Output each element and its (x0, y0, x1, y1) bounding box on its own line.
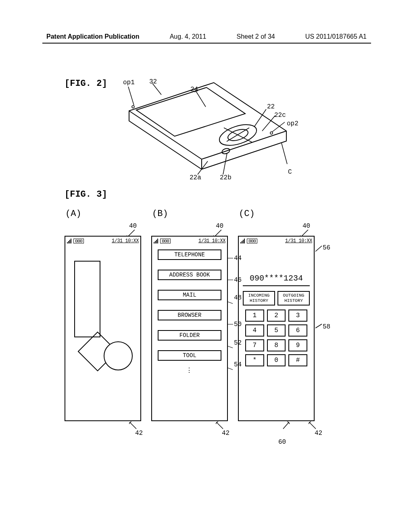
leader-50 (227, 324, 233, 324)
battery-icon (160, 239, 171, 243)
menu-tool[interactable]: TOOL (158, 350, 221, 361)
outgoing-l1: OUTGOING (283, 293, 305, 298)
leader-48 (227, 301, 233, 304)
ref-22c: 22c (274, 112, 286, 119)
sheet-number: Sheet 2 of 34 (237, 33, 275, 40)
leader-42a (129, 422, 138, 430)
svg-line-13 (282, 143, 287, 164)
key-star[interactable]: * (245, 354, 264, 366)
menu-browser[interactable]: BROWSER (158, 310, 221, 320)
menu-folder[interactable]: FOLDER (158, 330, 221, 341)
wallpaper-circle (104, 341, 133, 370)
status-datetime: 1/31 10:XX (285, 238, 312, 244)
key-5[interactable]: 5 (267, 324, 286, 337)
ref-22a: 22a (190, 174, 201, 181)
status-bar: 1/31 10:XX (152, 237, 227, 245)
key-hash[interactable]: # (288, 354, 307, 366)
fig3-label: [FIG. 3] (65, 189, 107, 200)
leader-54 (227, 368, 233, 370)
outgoing-history-button[interactable]: OUTGOING HISTORY (277, 291, 310, 305)
svg-line-19 (130, 422, 136, 429)
incoming-l2: HISTORY (250, 298, 268, 303)
svg-line-5 (128, 87, 134, 105)
page-header: Patent Application Publication Aug. 4, 2… (0, 33, 413, 40)
battery-icon (73, 239, 84, 243)
key-7[interactable]: 7 (245, 339, 264, 351)
signal-icon (154, 239, 159, 243)
ref-24: 24 (190, 86, 198, 93)
leader-44 (227, 258, 233, 258)
incoming-history-button[interactable]: INCOMING HISTORY (243, 291, 275, 305)
key-1[interactable]: 1 (245, 310, 264, 322)
leader-58 (315, 322, 324, 331)
ref-40c: 40 (302, 222, 310, 230)
svg-point-3 (132, 106, 134, 108)
wallpaper-rect (74, 261, 100, 337)
status-bar: 1/31 10:XX (239, 237, 314, 245)
pub-number: US 2011/0187665 A1 (305, 33, 367, 40)
ref-op2: op2 (287, 120, 298, 127)
history-row: INCOMING HISTORY OUTGOING HISTORY (243, 291, 310, 305)
battery-icon (247, 239, 257, 243)
svg-line-18 (315, 324, 322, 328)
panel-letter-a: (A) (65, 209, 81, 219)
key-0[interactable]: 0 (267, 354, 286, 366)
leader-60 (282, 422, 291, 430)
phone-number-display: 090****1234 (239, 245, 314, 283)
key-8[interactable]: 8 (267, 339, 286, 351)
svg-line-17 (315, 246, 322, 251)
screen-b-menu: 1/31 10:XX TELEPHONE ADDRESS BOOK MAIL B… (151, 236, 228, 421)
status-bar: 1/31 10:XX (65, 237, 140, 245)
ref-42c: 42 (315, 430, 322, 437)
svg-point-4 (270, 132, 273, 134)
status-datetime: 1/31 10:XX (198, 238, 225, 244)
leader-42c (309, 422, 317, 430)
ref-50: 50 (234, 321, 242, 328)
ref-22b: 22b (220, 174, 232, 181)
ref-32: 32 (149, 78, 157, 85)
key-9[interactable]: 9 (288, 339, 307, 351)
ref-22: 22 (267, 103, 275, 110)
pub-date: Aug. 4, 2011 (170, 33, 206, 40)
ref-44: 44 (234, 255, 242, 262)
leader-42b (216, 422, 225, 430)
ref-46: 46 (234, 276, 242, 284)
leader-52 (227, 346, 233, 348)
ref-54: 54 (234, 361, 242, 368)
header-rule (42, 43, 371, 44)
ref-C: C (288, 168, 292, 176)
menu-more-indicator: ⋮ (158, 366, 221, 374)
ref-42a: 42 (135, 430, 143, 437)
fig2-label: [FIG. 2] (65, 79, 107, 89)
panel-letter-c: (C) (239, 209, 255, 219)
status-datetime: 1/31 10:XX (112, 238, 139, 244)
svg-line-8 (254, 109, 266, 127)
svg-line-22 (283, 422, 289, 429)
incoming-l1: INCOMING (248, 293, 270, 298)
menu-mail[interactable]: MAIL (158, 290, 221, 300)
panel-letter-b: (B) (152, 209, 168, 219)
menu-address-book[interactable]: ADDRESS BOOK (158, 270, 221, 280)
outgoing-l2: HISTORY (284, 298, 303, 303)
ref-52: 52 (234, 339, 242, 347)
svg-line-7 (196, 91, 206, 107)
signal-icon (67, 239, 73, 243)
screen-c-dialer: 1/31 10:XX 090****1234 INCOMING HISTORY … (238, 236, 315, 421)
key-2[interactable]: 2 (267, 310, 286, 322)
svg-line-10 (272, 122, 285, 132)
key-3[interactable]: 3 (288, 310, 307, 322)
keypad: 1 2 3 4 5 6 7 8 9 * 0 # (245, 310, 307, 366)
leader-46 (227, 280, 233, 280)
key-4[interactable]: 4 (245, 324, 264, 337)
key-6[interactable]: 6 (288, 324, 307, 337)
phone-number-underline (243, 285, 310, 286)
svg-line-12 (223, 153, 227, 175)
ref-40a: 40 (129, 222, 137, 230)
ref-42b: 42 (222, 430, 229, 437)
ref-60: 60 (278, 438, 286, 446)
pub-label: Patent Application Publication (46, 33, 140, 40)
ref-48: 48 (234, 294, 242, 301)
svg-line-20 (217, 422, 223, 429)
menu-telephone[interactable]: TELEPHONE (158, 249, 221, 260)
signal-icon (240, 239, 246, 243)
